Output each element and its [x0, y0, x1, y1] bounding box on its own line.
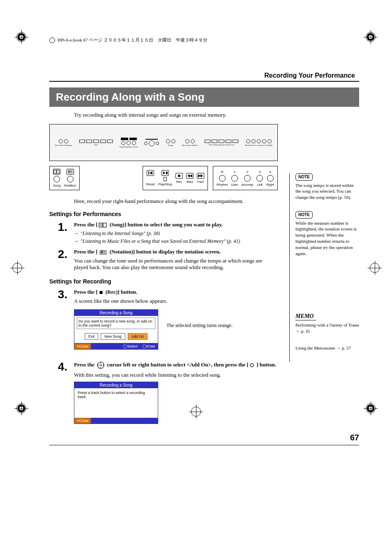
svg-rect-16	[103, 223, 106, 227]
svg-point-5	[68, 171, 69, 173]
dialog-new-song-button: New Song	[101, 333, 125, 340]
registration-mark	[366, 32, 376, 42]
sidebar: NOTE The song tempo is stored within the…	[289, 173, 359, 362]
memo-1-text: Performing with a Variety of Tones	[295, 322, 359, 327]
dialog-add-on-button: Add On	[128, 333, 148, 340]
memo-1: MEMO Performing with a Variety of Tones …	[295, 313, 359, 335]
svg-point-10	[178, 175, 180, 177]
step-4-head-a: Press the	[74, 362, 96, 368]
note-1-text: The song tempo is stored within the song…	[295, 182, 359, 201]
step-1-ref2: "Listening to Music Files or a Song that…	[81, 238, 240, 244]
svg-rect-0	[54, 170, 56, 173]
step-3-head-a: Press the [	[74, 289, 98, 295]
cursor-pad-icon	[96, 361, 106, 369]
step-4: 4. Press the cursor left or right button…	[49, 361, 278, 426]
dialog-exit-button: Exit	[85, 333, 98, 340]
step-2-head-b: (Notation)] button to display the notati…	[108, 249, 221, 255]
svg-marker-8	[163, 171, 165, 175]
step-3-head-b: (Rec)] button.	[104, 289, 138, 295]
screenshot-recording-dialog: Recording a Song Do you want to record a…	[74, 309, 158, 350]
svg-marker-7	[150, 171, 152, 175]
svg-point-32	[250, 364, 254, 367]
page-title: Recording Along with a Song	[49, 88, 359, 107]
reset-icon	[147, 170, 154, 176]
notation-icon	[67, 169, 74, 175]
step-3-body: A screen like the one shown below appear…	[74, 298, 278, 304]
step-number: 2.	[49, 249, 67, 260]
bwd-icon	[186, 173, 194, 179]
running-header: Recording Your Performance	[49, 72, 359, 79]
dialog-body-text: Do you want to record a new song, or add…	[77, 318, 155, 329]
main-column: Try recording along with internal songs …	[49, 112, 278, 428]
svg-point-25	[99, 291, 103, 294]
step-2-body: You can change the tone used in performa…	[74, 258, 278, 271]
registration-mark	[191, 407, 201, 417]
note-2-text: While the measure number is highlighted,…	[295, 220, 359, 257]
note-badge: NOTE	[295, 173, 313, 181]
svg-rect-9	[166, 172, 168, 174]
svg-rect-6	[148, 171, 149, 175]
book-header: HPi-6-e.book 67 ページ ２００５年１１月１５日 火曜日 午後３時…	[49, 37, 359, 43]
step-4-body: With this setting, you can record while …	[74, 372, 278, 378]
registration-mark	[366, 403, 376, 413]
step-1-head-b: (Song)] button to select the song you wa…	[108, 221, 223, 228]
dialog-footer-close: ×Close	[74, 343, 91, 349]
dialog-footer-close: ×Close	[74, 418, 91, 424]
instruction-text: Here, record your right-hand performance…	[74, 198, 278, 205]
memo-2-page: p. 57	[341, 345, 351, 350]
memo-2: Using the Metronome → p. 57	[295, 345, 359, 351]
note-2: NOTE While the measure number is highlig…	[295, 211, 359, 257]
zoom-song-notation: Song Notation	[49, 166, 80, 190]
dialog-footer-enter: ◯Enter	[140, 343, 158, 349]
step-1-ref1: "Listening to the Internal Songs" (p. 38…	[81, 230, 160, 236]
step-4-head-c: ] button.	[255, 362, 276, 368]
song-icon	[53, 169, 60, 175]
svg-marker-13	[198, 174, 201, 177]
control-panel-zoom: Song Notation Reset Play/Stop Rec	[49, 166, 278, 190]
memo-2-text: Using the Metronome	[295, 345, 336, 350]
screenshot-caption: The selected setting turns orange.	[166, 322, 233, 329]
footer-rule	[49, 445, 359, 445]
memo-badge: MEMO	[295, 313, 316, 321]
svg-marker-12	[190, 174, 192, 177]
dialog-title: Recording a Song	[74, 310, 158, 316]
zoom-tracks: RRhythm 1User 2Accomp 3Left 4Right	[213, 166, 278, 190]
notation-icon	[98, 249, 108, 255]
registration-mark	[12, 263, 22, 273]
fwd-icon	[197, 173, 204, 179]
divider	[49, 81, 359, 82]
registration-mark	[370, 263, 380, 273]
rec-icon	[175, 173, 183, 179]
control-panel-overview: One Touch Transpose Tone Song Notation L…	[49, 124, 278, 161]
circle-icon	[249, 363, 255, 368]
step-1: 1. Press the [ (Song)] button to select …	[49, 221, 278, 246]
note-1: NOTE The song tempo is stored within the…	[295, 173, 359, 200]
svg-marker-14	[201, 174, 203, 177]
page-number: 67	[49, 433, 359, 442]
book-header-text: HPi-6-e.book 67 ページ ２００５年１１月１５日 火曜日 午後３時…	[58, 37, 208, 43]
dialog-footer-select: ◯Select	[120, 343, 140, 349]
step-number: 3.	[49, 289, 67, 300]
registration-mark	[16, 32, 26, 42]
step-2-head-a: Press the [	[74, 249, 98, 255]
step-number: 1.	[49, 221, 67, 233]
subheading-recording: Settings for Recording	[49, 278, 278, 285]
svg-marker-11	[187, 174, 190, 177]
step-2: 2. Press the [ (Notation)] button to dis…	[49, 249, 278, 272]
step-4-head-b: cursor left or right button to select <A…	[106, 362, 249, 368]
zoom-transport: Reset Play/Stop Rec Bwd Fwd	[143, 166, 208, 190]
step-3: 3. Press the [ (Rec)] button. A screen l…	[49, 289, 278, 351]
registration-mark-inline	[49, 37, 55, 43]
play-stop-icon	[161, 170, 169, 176]
note-badge: NOTE	[295, 211, 313, 219]
dialog-body-text: Press a track button to select a recordi…	[77, 390, 155, 400]
step-1-head-a: Press the [	[74, 221, 98, 228]
memo-1-page: p. 45	[300, 329, 310, 334]
svg-point-23	[101, 252, 102, 253]
screenshot-track-select: Recording a Song Press a track button to…	[74, 382, 158, 424]
svg-point-27	[100, 364, 101, 366]
step-number: 4.	[49, 361, 67, 373]
intro-text: Try recording along with internal songs …	[74, 112, 278, 118]
svg-rect-15	[99, 223, 102, 227]
registration-mark	[16, 403, 26, 413]
